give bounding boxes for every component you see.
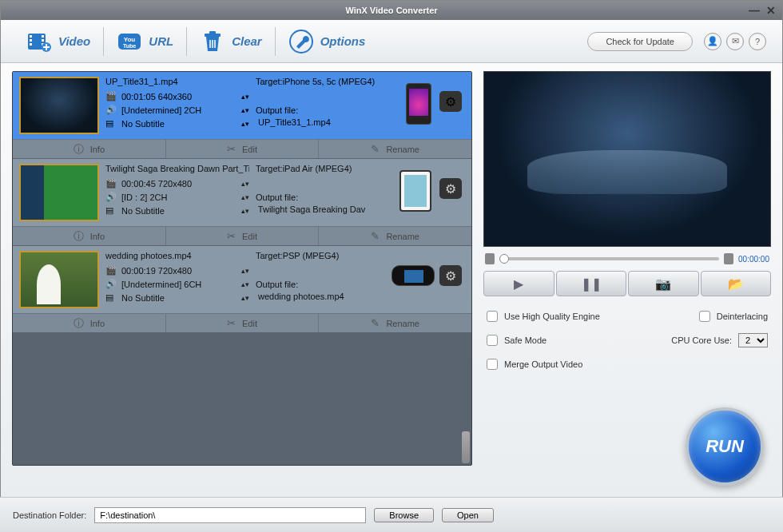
add-video-button[interactable]: Video <box>17 24 100 59</box>
info-button[interactable]: ⓘInfo <box>13 140 166 158</box>
item-audio: [Undetermined] 2CH <box>121 105 201 115</box>
rename-icon: ✎ <box>371 230 380 242</box>
merge-checkbox[interactable]: Merge Output Video <box>487 359 582 370</box>
close-button[interactable]: ✕ <box>766 4 776 17</box>
open-button[interactable]: Open <box>442 508 494 522</box>
file-list: UP_Title31_1.mp4🎬00:01:05 640x360▴▾🔊[Und… <box>12 71 472 466</box>
user-icon[interactable]: 👤 <box>704 33 721 50</box>
video-spinner[interactable]: ▴▾ <box>241 267 249 275</box>
svg-rect-4 <box>42 35 44 38</box>
cpu-core-select[interactable]: 2 <box>738 333 768 347</box>
video-spinner[interactable]: ▴▾ <box>241 180 249 188</box>
run-button[interactable]: RUN <box>686 407 764 486</box>
youtube-icon: YouTube <box>117 29 142 54</box>
info-icon: ⓘ <box>74 142 84 157</box>
subtitle-spinner[interactable]: ▴▾ <box>241 294 249 302</box>
open-folder-button[interactable]: 📂 <box>701 271 772 296</box>
header-icons: 👤 ✉ ? <box>704 33 766 50</box>
svg-rect-12 <box>209 31 216 34</box>
item-duration: 00:01:05 640x360 <box>121 92 192 101</box>
timeline: 00:00:00 <box>483 247 771 271</box>
settings-button[interactable]: ⚙ <box>439 178 462 199</box>
edit-button[interactable]: ✂Edit <box>166 227 320 245</box>
thumbnail <box>19 164 99 221</box>
subtitle-icon: ▤ <box>105 118 117 129</box>
browse-button[interactable]: Browse <box>374 508 434 522</box>
options-button[interactable]: Options <box>279 24 376 59</box>
output-filename: Twilight Saga Breaking Dav <box>256 204 465 214</box>
rename-icon: ✎ <box>371 317 380 329</box>
rename-button[interactable]: ✎Rename <box>319 314 471 332</box>
audio-icon: 🔊 <box>105 279 117 289</box>
safe-mode-checkbox[interactable]: Safe Mode <box>487 335 547 346</box>
scrollbar[interactable] <box>462 431 470 463</box>
playback-controls: ▶ ❚❚ 📷 📂 <box>483 271 771 296</box>
scissors-icon: ✂ <box>227 317 236 329</box>
device-icon <box>399 170 431 212</box>
dest-folder-label: Destination Folder: <box>13 510 86 520</box>
list-item[interactable]: UP_Title31_1.mp4🎬00:01:05 640x360▴▾🔊[Und… <box>13 72 471 159</box>
thumbnail <box>19 251 99 308</box>
video-spinner[interactable]: ▴▾ <box>241 93 249 101</box>
trim-start-handle[interactable] <box>485 253 495 264</box>
bottom-bar: Destination Folder: Browse Open <box>0 497 783 532</box>
dest-folder-input[interactable] <box>94 507 366 523</box>
rename-button[interactable]: ✎Rename <box>319 227 471 245</box>
scissors-icon: ✂ <box>227 143 236 155</box>
list-item[interactable]: Twilight Saga Breaking Dawn Part_Title🎬0… <box>13 159 471 246</box>
item-info: wedding photoes.mp4🎬00:00:19 720x480▴▾🔊[… <box>105 251 249 308</box>
add-video-label: Video <box>58 34 90 48</box>
titlebar: WinX Video Converter — ✕ <box>1 1 782 20</box>
hq-engine-checkbox[interactable]: Use High Quality Engine <box>487 311 600 322</box>
snapshot-button[interactable]: 📷 <box>628 271 699 296</box>
play-button[interactable]: ▶ <box>483 271 554 296</box>
item-target: Target:iPhone 5s, 5c (MPEG4)Output file:… <box>256 77 465 134</box>
item-filename: UP_Title31_1.mp4 <box>105 77 249 86</box>
subtitle-icon: ▤ <box>105 205 117 216</box>
item-actions: ⓘInfo✂Edit✎Rename <box>13 313 471 332</box>
subtitle-spinner[interactable]: ▴▾ <box>241 207 249 215</box>
info-button[interactable]: ⓘInfo <box>13 314 166 332</box>
video-icon: 🎬 <box>105 178 117 189</box>
output-label: Output file: <box>256 193 465 202</box>
check-update-button[interactable]: Check for Update <box>587 32 693 51</box>
add-url-button[interactable]: YouTube URL <box>107 24 183 59</box>
target-profile: Target:iPad Air (MPEG4) <box>256 164 465 173</box>
audio-icon: 🔊 <box>105 105 117 115</box>
info-button[interactable]: ⓘInfo <box>13 227 166 245</box>
info-icon: ⓘ <box>74 316 84 331</box>
trim-end-handle[interactable] <box>724 253 733 264</box>
settings-button[interactable]: ⚙ <box>439 265 462 286</box>
deinterlacing-checkbox[interactable]: Deinterlacing <box>699 311 768 322</box>
rename-button[interactable]: ✎Rename <box>319 140 471 158</box>
item-subtitle: No Subtitle <box>121 119 165 129</box>
audio-spinner[interactable]: ▴▾ <box>241 106 249 114</box>
output-filename: UP_Title31_1.mp4 <box>256 117 465 127</box>
help-icon[interactable]: ? <box>749 33 766 50</box>
clear-label: Clear <box>232 34 262 48</box>
window-controls: — ✕ <box>749 4 776 17</box>
audio-spinner[interactable]: ▴▾ <box>241 280 249 288</box>
edit-button[interactable]: ✂Edit <box>166 140 320 158</box>
item-audio: [Undetermined] 6CH <box>121 280 201 289</box>
trash-icon <box>200 29 225 54</box>
minimize-button[interactable]: — <box>749 4 760 17</box>
settings-button[interactable]: ⚙ <box>439 91 462 112</box>
item-duration: 00:00:19 720x480 <box>121 266 192 276</box>
device-icon <box>406 83 431 125</box>
add-url-label: URL <box>149 34 173 48</box>
edit-button[interactable]: ✂Edit <box>166 314 320 332</box>
conversion-options: Use High Quality Engine Deinterlacing Sa… <box>483 306 771 386</box>
list-item[interactable]: wedding photoes.mp4🎬00:00:19 720x480▴▾🔊[… <box>13 246 471 333</box>
mail-icon[interactable]: ✉ <box>726 33 744 50</box>
clear-button[interactable]: Clear <box>190 24 272 59</box>
subtitle-spinner[interactable]: ▴▾ <box>241 120 249 128</box>
svg-rect-1 <box>30 35 32 38</box>
timeline-track[interactable] <box>499 257 719 260</box>
playhead[interactable] <box>499 254 509 264</box>
audio-spinner[interactable]: ▴▾ <box>241 193 249 201</box>
pause-button[interactable]: ❚❚ <box>556 271 627 296</box>
video-icon: 🎬 <box>105 91 117 101</box>
app-title: WinX Video Converter <box>345 6 437 15</box>
item-subtitle: No Subtitle <box>121 206 165 216</box>
